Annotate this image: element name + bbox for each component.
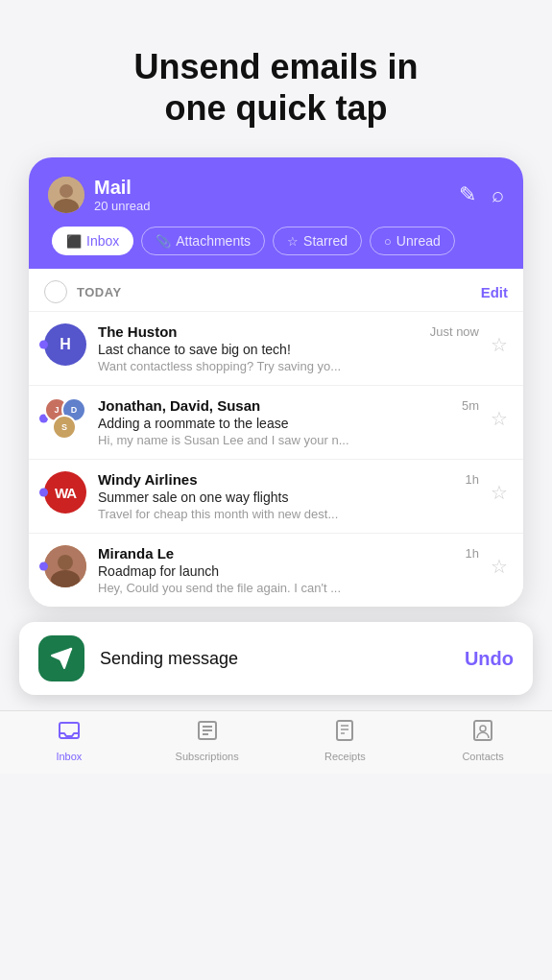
- nav-item-subscriptions[interactable]: Subscriptions: [138, 719, 276, 762]
- email-time: Just now: [430, 324, 479, 339]
- email-subject: Roadmap for launch: [98, 563, 479, 579]
- email-content: Miranda Le 1h Roadmap for launch Hey, Co…: [98, 545, 479, 595]
- email-subject: Last chance to save big on tech!: [98, 342, 479, 357]
- select-all-circle[interactable]: [44, 280, 67, 303]
- email-preview: Want contactless shopping? Try saving yo…: [98, 359, 479, 373]
- section-header-left: TODAY: [44, 280, 122, 303]
- starred-tab-icon: ☆: [287, 234, 299, 249]
- hero-title: Unsend emails in one quick tap: [38, 46, 514, 129]
- email-row[interactable]: J D S Jonathan, David, Susan 5m Adding a…: [29, 385, 523, 459]
- attachments-tab-icon: 📎: [156, 234, 171, 249]
- tab-starred[interactable]: ☆ Starred: [273, 227, 362, 255]
- subscriptions-nav-icon: [196, 719, 219, 748]
- mail-body: TODAY Edit H The Huston Just now Last ch…: [29, 269, 523, 607]
- email-content: The Huston Just now Last chance to save …: [98, 323, 479, 373]
- snackbar: Sending message Undo: [19, 622, 533, 695]
- contacts-nav-icon: [471, 719, 494, 748]
- inbox-nav-icon: [58, 719, 81, 748]
- avatar: WA: [44, 471, 86, 514]
- user-avatar[interactable]: [48, 177, 84, 213]
- mail-header: Mail 20 unread ✎ ⌕ ⬛ Inbox 📎 Attachments…: [29, 157, 523, 269]
- pencil-icon[interactable]: ✎: [459, 182, 476, 207]
- email-top-row: Miranda Le 1h: [98, 545, 479, 562]
- tab-unread-label: Unread: [396, 233, 441, 249]
- svg-point-1: [60, 184, 73, 198]
- star-button[interactable]: ☆: [491, 407, 508, 430]
- email-subject: Adding a roommate to the lease: [98, 416, 479, 431]
- tab-unread[interactable]: ○ Unread: [370, 227, 455, 255]
- mail-header-left: Mail 20 unread: [48, 177, 151, 213]
- email-avatar-wrapper: [44, 545, 86, 587]
- email-preview: Hi, my name is Susan Lee and I saw your …: [98, 433, 479, 447]
- email-sender: The Huston: [98, 323, 178, 340]
- avatar: [44, 545, 86, 587]
- email-avatar-wrapper: J D S: [44, 397, 86, 440]
- email-time: 1h: [466, 546, 479, 561]
- email-time: 5m: [462, 398, 479, 413]
- svg-point-18: [480, 726, 486, 731]
- edit-button[interactable]: Edit: [481, 284, 508, 300]
- nav-item-receipts[interactable]: Receipts: [276, 719, 415, 762]
- section-header: TODAY Edit: [29, 269, 523, 311]
- email-time: 1h: [466, 472, 479, 487]
- unread-indicator: [39, 341, 48, 349]
- mail-tabs: ⬛ Inbox 📎 Attachments ☆ Starred ○ Unread: [48, 227, 504, 255]
- mail-card: Mail 20 unread ✎ ⌕ ⬛ Inbox 📎 Attachments…: [29, 157, 523, 607]
- email-top-row: Windy Airlines 1h: [98, 471, 479, 488]
- section-label: TODAY: [77, 285, 122, 299]
- bottom-nav: Inbox Subscriptions Receipts: [0, 710, 552, 774]
- tab-inbox[interactable]: ⬛ Inbox: [52, 227, 133, 255]
- email-preview: Hey, Could you send the file again. I ca…: [98, 581, 479, 595]
- header-icons: ✎ ⌕: [459, 182, 504, 207]
- tab-attachments-label: Attachments: [176, 233, 251, 249]
- star-button[interactable]: ☆: [491, 555, 508, 578]
- email-top-row: The Huston Just now: [98, 323, 479, 340]
- email-sender: Miranda Le: [98, 545, 174, 562]
- email-content: Jonathan, David, Susan 5m Adding a roomm…: [98, 397, 479, 447]
- hero-section: Unsend emails in one quick tap: [0, 0, 552, 157]
- inbox-nav-label: Inbox: [56, 751, 82, 762]
- unread-indicator: [39, 489, 48, 497]
- email-subject: Summer sale on one way flights: [98, 490, 479, 505]
- subscriptions-nav-label: Subscriptions: [176, 751, 239, 762]
- email-row[interactable]: WA Windy Airlines 1h Summer sale on one …: [29, 459, 523, 533]
- email-row[interactable]: Miranda Le 1h Roadmap for launch Hey, Co…: [29, 533, 523, 607]
- mail-title: Mail: [94, 177, 151, 199]
- star-button[interactable]: ☆: [491, 481, 508, 504]
- avatar: J D S: [44, 397, 86, 440]
- email-preview: Travel for cheap this month with new des…: [98, 507, 479, 521]
- nav-item-inbox[interactable]: Inbox: [0, 719, 138, 762]
- email-sender: Jonathan, David, Susan: [98, 397, 260, 414]
- email-avatar-wrapper: H: [44, 323, 86, 366]
- receipts-nav-label: Receipts: [324, 751, 366, 762]
- search-icon[interactable]: ⌕: [492, 182, 504, 207]
- tab-starred-label: Starred: [303, 233, 348, 249]
- nav-item-contacts[interactable]: Contacts: [414, 719, 552, 762]
- unread-indicator: [39, 562, 48, 571]
- inbox-tab-icon: ⬛: [66, 234, 82, 249]
- star-button[interactable]: ☆: [491, 333, 508, 356]
- email-top-row: Jonathan, David, Susan 5m: [98, 397, 479, 414]
- svg-rect-13: [337, 721, 352, 740]
- mail-title-group: Mail 20 unread: [94, 177, 151, 213]
- mail-unread-count: 20 unread: [94, 199, 151, 213]
- contacts-nav-label: Contacts: [462, 751, 503, 762]
- unread-tab-icon: ○: [384, 234, 392, 249]
- send-icon: [50, 647, 73, 670]
- send-icon-bg: [38, 635, 84, 681]
- snackbar-message: Sending message: [100, 649, 449, 669]
- svg-point-4: [58, 555, 73, 570]
- email-sender: Windy Airlines: [98, 471, 198, 488]
- receipts-nav-icon: [333, 719, 356, 748]
- tab-inbox-label: Inbox: [86, 233, 119, 249]
- avatar: H: [44, 323, 86, 366]
- email-avatar-wrapper: WA: [44, 471, 86, 514]
- email-row[interactable]: H The Huston Just now Last chance to sav…: [29, 311, 523, 385]
- email-content: Windy Airlines 1h Summer sale on one way…: [98, 471, 479, 521]
- undo-button[interactable]: Undo: [465, 648, 514, 670]
- tab-attachments[interactable]: 📎 Attachments: [141, 227, 265, 255]
